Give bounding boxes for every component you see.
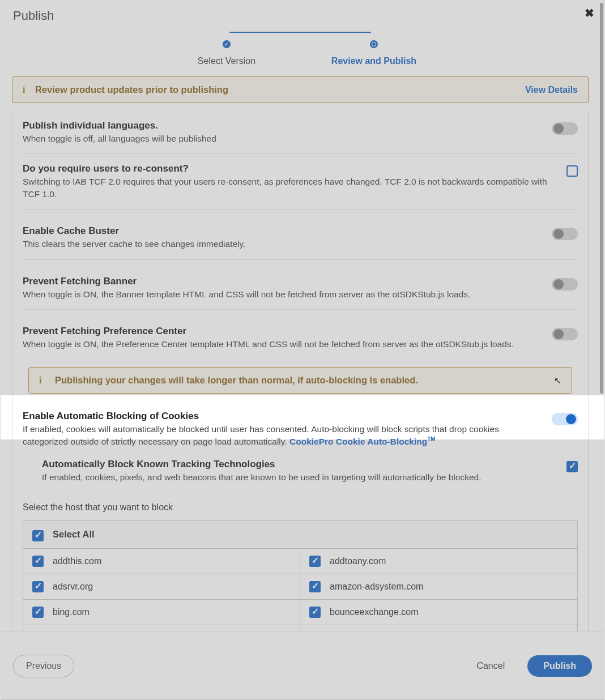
- info-icon: i: [39, 375, 55, 386]
- step-select-version[interactable]: Select Version: [153, 40, 300, 66]
- host-item: bing.com: [23, 600, 300, 625]
- step-review-publish[interactable]: Review and Publish: [300, 40, 448, 66]
- scrollbar[interactable]: [600, 3, 603, 394]
- host-item: addtoany.com: [300, 549, 577, 574]
- host-name: bounceexchange.com: [330, 607, 419, 617]
- checkbox-host[interactable]: [32, 581, 44, 592]
- host-name: addtoany.com: [330, 556, 386, 566]
- row-sub: This clears the server cache to see chan…: [23, 238, 535, 250]
- checkbox-host[interactable]: [309, 556, 321, 567]
- row-sub: If enabled, cookies will automatically b…: [23, 423, 535, 447]
- host-name: adsrvr.org: [53, 582, 93, 592]
- row-prevent-pref-center: Prevent Fetching Preference Center When …: [23, 310, 578, 359]
- host-name: amazon-adsystem.com: [330, 582, 423, 592]
- row-title: Automatically Block Known Tracking Techn…: [42, 459, 566, 470]
- row-sub: When toggle is ON, the Preference Center…: [23, 338, 535, 350]
- checkbox-host[interactable]: [309, 581, 321, 592]
- host-name: addthis.com: [53, 556, 101, 566]
- toggle-prevent-pref-center[interactable]: [552, 328, 578, 340]
- cancel-button[interactable]: Cancel: [464, 655, 517, 677]
- row-publish-languages: Publish individual languages. When toggl…: [23, 111, 578, 154]
- checkbox-host[interactable]: [309, 607, 321, 618]
- host-select-all-row: Select All: [23, 521, 577, 549]
- cursor-icon: ↖: [554, 375, 561, 386]
- row-sub: When toggle is off, all languages will b…: [23, 133, 535, 144]
- publish-dialog: Publish ✖ Select Version Review and Publ…: [0, 0, 605, 700]
- row-title: Enable Cache Buster: [23, 225, 535, 237]
- checkbox-host[interactable]: [32, 607, 44, 618]
- cookiepro-link[interactable]: CookiePro Cookie Auto-BlockingTM: [289, 437, 436, 446]
- checkbox-select-all[interactable]: [32, 530, 44, 541]
- toggle-prevent-banner[interactable]: [552, 278, 578, 291]
- view-details-link[interactable]: View Details: [525, 85, 578, 95]
- row-sub: Switching to IAB TCF 2.0 requires that y…: [23, 176, 549, 200]
- host-item: addthis.com: [23, 549, 300, 574]
- toggle-publish-languages[interactable]: [552, 122, 578, 135]
- close-icon[interactable]: ✖: [585, 6, 594, 20]
- toggle-cache-buster[interactable]: [552, 228, 578, 240]
- row-block-known-tracking: Automatically Block Known Tracking Techn…: [23, 453, 578, 493]
- host-item: adsrvr.org: [23, 574, 300, 600]
- step-dot-current-icon: [370, 40, 378, 48]
- checkbox-reconsent[interactable]: [566, 165, 578, 177]
- row-title: Do you require users to re-consent?: [23, 163, 549, 174]
- checkbox-host[interactable]: [32, 556, 44, 567]
- row-reconsent: Do you require users to re-consent? Swit…: [23, 154, 578, 210]
- step-label: Review and Publish: [331, 56, 416, 66]
- row-title: Prevent Fetching Preference Center: [23, 326, 535, 337]
- step-connector: [229, 32, 371, 33]
- dialog-body: Select Version Review and Publish i Revi…: [1, 28, 600, 631]
- row-cache-buster: Enable Cache Buster This clears the serv…: [23, 210, 578, 259]
- host-item: amazon-adsystem.com: [300, 574, 577, 600]
- host-grid: Select All addthis.com addtoany.com adsr…: [23, 520, 578, 631]
- publish-button[interactable]: Publish: [527, 655, 592, 677]
- step-dot-done-icon: [223, 40, 231, 48]
- row-prevent-banner: Prevent Fetching Banner When toggle is O…: [23, 260, 578, 310]
- select-all-label: Select All: [53, 529, 95, 540]
- host-name: bing.com: [53, 607, 90, 617]
- host-select-label: Select the host that you want to block: [23, 493, 578, 520]
- alert-review-updates: i Review product updates prior to publis…: [12, 76, 589, 103]
- step-label: Select Version: [198, 56, 255, 66]
- host-item: criteo.com: [300, 625, 577, 631]
- row-sub: When toggle is ON, the Banner template H…: [23, 288, 535, 300]
- dialog-header: Publish ✖: [1, 1, 604, 30]
- dialog-footer: Previous Cancel Publish: [1, 631, 604, 699]
- toggle-auto-blocking[interactable]: [552, 413, 578, 425]
- checkbox-block-known[interactable]: [566, 461, 578, 472]
- stepper: Select Version Review and Publish: [1, 28, 600, 76]
- alert-text: Publishing your changes will take longer…: [55, 375, 561, 386]
- alert-text: Review product updates prior to publishi…: [35, 84, 525, 95]
- dialog-title: Publish: [13, 8, 54, 23]
- row-title: Publish individual languages.: [23, 120, 535, 131]
- previous-button[interactable]: Previous: [13, 655, 74, 677]
- info-icon: i: [23, 85, 35, 95]
- host-item: bouncex.net: [23, 625, 300, 631]
- row-title: Enable Automatic Blocking of Cookies: [23, 411, 535, 422]
- row-sub: If enabled, cookies, pixels, and web bea…: [42, 471, 566, 483]
- host-item: bounceexchange.com: [300, 600, 577, 625]
- row-auto-blocking: Enable Automatic Blocking of Cookies If …: [23, 402, 578, 453]
- row-title: Prevent Fetching Banner: [23, 276, 535, 287]
- alert-autoblock-warning: i Publishing your changes will take long…: [28, 367, 572, 394]
